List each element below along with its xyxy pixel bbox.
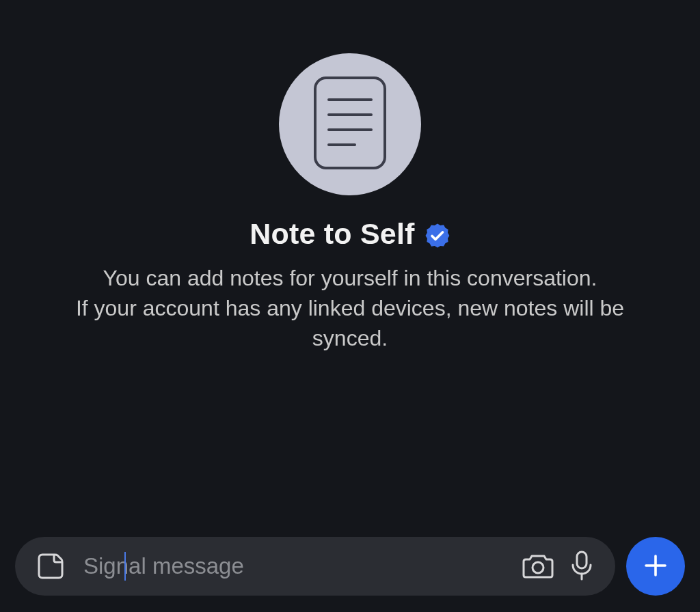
svg-point-5 xyxy=(533,562,543,573)
conversation-title: Note to Self xyxy=(250,217,414,251)
conversation-description: You can add notes for yourself in this c… xyxy=(49,263,651,353)
description-line-2: If your account has any linked devices, … xyxy=(49,293,651,353)
camera-button[interactable] xyxy=(520,548,556,585)
add-button[interactable] xyxy=(626,537,685,596)
composer-area xyxy=(15,537,685,596)
chat-screen: Note to Self You can add notes for yours… xyxy=(0,0,700,612)
conversation-avatar xyxy=(279,53,421,195)
plus-icon xyxy=(641,551,670,582)
voice-message-button[interactable] xyxy=(563,548,600,585)
verified-badge-icon xyxy=(425,223,450,249)
description-line-1: You can add notes for yourself in this c… xyxy=(49,263,651,293)
microphone-icon xyxy=(570,550,593,583)
svg-rect-6 xyxy=(577,552,587,568)
sticker-button[interactable] xyxy=(33,548,70,585)
message-composer xyxy=(15,537,615,596)
sticker-icon xyxy=(37,551,66,582)
conversation-title-row: Note to Self xyxy=(250,217,450,251)
note-page-icon xyxy=(312,75,388,173)
svg-rect-0 xyxy=(315,78,385,168)
message-input[interactable] xyxy=(77,537,513,596)
camera-icon xyxy=(522,551,554,582)
